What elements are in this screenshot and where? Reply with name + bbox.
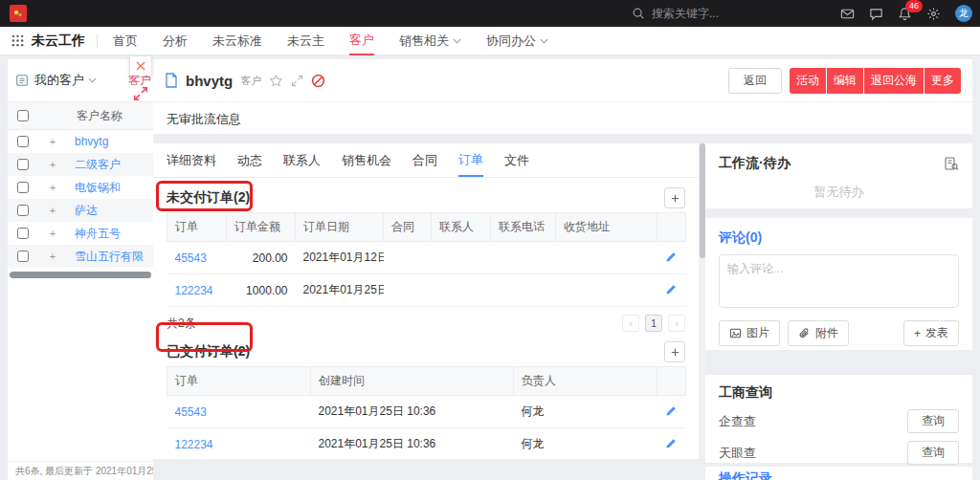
list-footer: 共6条, 最后更新于 2021年01月25日: [8, 461, 153, 480]
notification-badge: 46: [905, 0, 923, 12]
record-type-tag: 客户: [240, 74, 261, 88]
table-footer: 共2条 ‹ 1 ›: [167, 307, 685, 338]
row-checkbox[interactable]: [17, 205, 29, 216]
post-comment-button[interactable]: + 发表: [903, 320, 959, 346]
list-item[interactable]: +神舟五号: [8, 222, 153, 245]
customer-link[interactable]: 萨达: [75, 203, 98, 219]
list-item[interactable]: +萨达: [8, 199, 153, 222]
back-button[interactable]: 返回: [728, 68, 782, 94]
tab-contacts[interactable]: 联系人: [283, 143, 321, 177]
edit-pencil-icon[interactable]: [665, 437, 678, 449]
mail-icon[interactable]: [840, 7, 855, 21]
app-name: 未云工作: [32, 33, 85, 50]
tab-files[interactable]: 文件: [504, 143, 529, 177]
query-button[interactable]: 查询: [907, 441, 959, 465]
list-title[interactable]: 我的客户: [34, 72, 84, 89]
next-section-title: 操作记录: [719, 470, 772, 480]
next-page-button[interactable]: ›: [668, 315, 685, 332]
star-icon[interactable]: [269, 74, 283, 88]
comments-title: 评论(0): [719, 229, 762, 247]
restricted-circle-icon[interactable]: [311, 74, 325, 88]
order-link[interactable]: 45543: [175, 405, 207, 419]
customer-link[interactable]: 二级客户: [75, 157, 121, 173]
customer-rows: +bhvytg +二级客户 +电饭锅和 +萨达 +神舟五号 +雪山五行有限: [8, 130, 153, 268]
nav-item-home[interactable]: 首页: [113, 27, 138, 55]
row-checkbox[interactable]: [17, 136, 29, 147]
list-item[interactable]: +电饭锅和: [8, 176, 153, 199]
list-item[interactable]: +bhvytg: [8, 130, 153, 153]
expand-toggle[interactable]: +: [43, 159, 62, 170]
row-checkbox[interactable]: [17, 251, 29, 262]
list-icon: [15, 74, 29, 87]
global-search[interactable]: 搜索关键字...: [632, 0, 719, 27]
user-avatar[interactable]: 龙: [955, 5, 972, 22]
customer-link[interactable]: bhvytg: [75, 135, 108, 148]
tab-activity[interactable]: 动态: [237, 143, 262, 177]
customer-link[interactable]: 神舟五号: [75, 226, 121, 242]
edit-pencil-icon[interactable]: [665, 404, 678, 417]
messages-icon[interactable]: [869, 7, 883, 21]
edit-pencil-icon[interactable]: [665, 251, 678, 263]
app-logo-icon[interactable]: [10, 5, 27, 22]
record-count: 共2条: [167, 316, 196, 332]
row-checkbox[interactable]: [17, 159, 29, 170]
query-button[interactable]: 查询: [907, 409, 959, 433]
image-button[interactable]: 图片: [719, 320, 780, 346]
expand-toggle[interactable]: +: [43, 251, 62, 262]
tab-profile[interactable]: 详细资料: [167, 143, 216, 177]
approval-info: 无审批流信息: [153, 101, 972, 137]
current-page[interactable]: 1: [645, 315, 662, 332]
customer-link[interactable]: 电饭锅和: [75, 180, 121, 196]
comments-card: 评论(0) 图片 附件 + 发表: [705, 218, 972, 350]
expand-toggle[interactable]: +: [43, 182, 62, 193]
nav-item-standard[interactable]: 未云标准: [212, 27, 262, 55]
nav-item-main[interactable]: 未云主: [287, 27, 324, 55]
settings-gear-icon[interactable]: [926, 7, 941, 21]
activity-button[interactable]: 活动: [790, 68, 826, 94]
prev-page-button[interactable]: ‹: [622, 315, 639, 332]
main-navbar: 未云工作 首页 分析 未云标准 未云主 客户 销售相关 协同办公: [0, 27, 980, 55]
row-checkbox[interactable]: [17, 228, 29, 239]
tab-orders[interactable]: 订单: [458, 143, 483, 177]
nav-item-analysis[interactable]: 分析: [163, 27, 188, 55]
chevron-down-icon[interactable]: [88, 77, 97, 83]
close-button[interactable]: [130, 56, 151, 76]
add-order-button[interactable]: [664, 187, 685, 208]
tab-contracts[interactable]: 合同: [412, 143, 437, 177]
add-order-button[interactable]: [664, 341, 685, 362]
list-item[interactable]: +雪山五行有限: [8, 245, 153, 268]
order-link[interactable]: 122234: [175, 438, 213, 451]
edit-button[interactable]: 编辑: [827, 68, 863, 94]
horizontal-scrollbar[interactable]: [10, 272, 151, 278]
comment-input[interactable]: [719, 254, 959, 308]
nav-item-collaboration[interactable]: 协同办公: [486, 27, 548, 55]
attachment-button[interactable]: 附件: [788, 320, 849, 346]
order-link[interactable]: 122234: [175, 284, 213, 297]
workflow-search-icon[interactable]: [944, 156, 959, 171]
expand-panel-button[interactable]: [133, 86, 150, 103]
list-item[interactable]: +二级客户: [8, 153, 153, 176]
query-provider: 企查查: [719, 413, 756, 430]
notifications-bell-icon[interactable]: 46: [898, 7, 912, 21]
tab-opportunities[interactable]: 销售机会: [342, 143, 391, 177]
expand-toggle[interactable]: +: [43, 228, 62, 239]
expand-toggle[interactable]: +: [43, 136, 62, 147]
select-all-checkbox[interactable]: [17, 110, 29, 121]
nav-item-sales[interactable]: 销售相关: [399, 27, 461, 55]
row-checkbox[interactable]: [17, 182, 29, 193]
query-row: 天眼查 查询: [719, 441, 959, 465]
more-button[interactable]: 更多: [924, 68, 961, 94]
fullscreen-icon[interactable]: [291, 75, 303, 87]
edit-pencil-icon[interactable]: [665, 283, 678, 295]
return-to-pool-button[interactable]: 退回公海: [864, 68, 924, 94]
nav-item-customers[interactable]: 客户: [349, 27, 374, 55]
paperclip-icon: [798, 327, 811, 339]
image-icon: [729, 327, 742, 339]
app-grid-icon[interactable]: [11, 34, 24, 47]
order-link[interactable]: 45543: [175, 251, 207, 265]
customer-link[interactable]: 雪山五行有限: [75, 249, 144, 265]
table-row: 45543 2021年01月25日 10:36 何龙: [167, 396, 686, 428]
expand-toggle[interactable]: +: [43, 205, 62, 216]
order-detail-card: 详细资料 动态 联系人 销售机会 合同 订单 文件 未交付订单(2) 订单订单金…: [153, 143, 699, 459]
document-icon: [165, 73, 178, 88]
